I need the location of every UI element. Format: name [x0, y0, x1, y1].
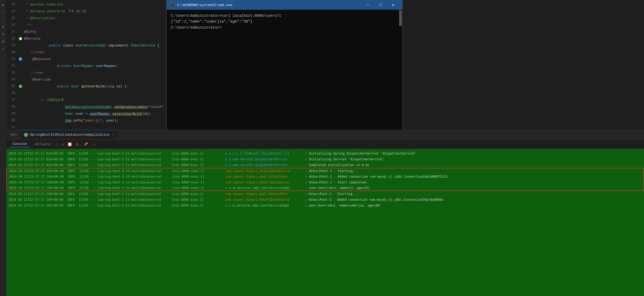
log-sep-9: ---: [90, 198, 96, 202]
run-icon-25[interactable]: ▶: [19, 84, 22, 88]
line-num-30: 30: [6, 119, 18, 122]
terminal-scrollbar[interactable]: [399, 10, 402, 130]
log-exec-9: [nio-8080-exec-1]: [172, 198, 224, 202]
line-num-31: 31: [6, 125, 18, 129]
log-msg-4: : HikariPool-1 - Starting...: [305, 169, 358, 173]
sidebar-down-icon[interactable]: ↓: [1, 17, 6, 22]
log-msg-3: : Completed initialization in 0 ms: [305, 163, 369, 167]
log-exec-8: [nio-8080-exec-1]: [172, 192, 224, 196]
log-tid-8: 11336: [79, 192, 89, 196]
line-num-16: 16: [6, 23, 18, 27]
code-content-14: * @create 2024/3/16 下午 05:28: [23, 9, 164, 14]
code-line-17: 17 @Slf4j: [6, 28, 164, 35]
log-app-5: [spring-boot-3-11-multidatasource]: [98, 175, 171, 178]
bean-icon-21[interactable]: @: [19, 57, 22, 61]
log-level-5: INFO: [68, 175, 78, 178]
log-sep-6: ---: [91, 181, 97, 184]
run-label: Run: [6, 130, 21, 139]
pin-btn[interactable]: 📌: [82, 141, 89, 147]
log-sep-2: ---: [90, 157, 96, 161]
line-num-22: 22: [6, 64, 18, 68]
log-level-2: INFO: [67, 157, 78, 161]
log-tid-1: 11336: [79, 152, 89, 155]
terminal-scrollbar-thumb: [399, 10, 402, 26]
log-app-10: [spring-boot-3-11-multidatasource]: [97, 204, 171, 207]
log-exec-6: [nio-8080-exec-1]: [172, 181, 225, 184]
line-num-14: 14: [6, 9, 18, 13]
line-num-25: 25: [6, 84, 18, 88]
log-class-2: o.s.web.servlet.DispatcherServlet: [225, 157, 304, 161]
log-msg-1: : Initializing Spring DispatcherServlet …: [305, 152, 417, 155]
stop-icon: [68, 143, 71, 146]
app-tab[interactable]: ▶ SpringBoot311MultidatasourceApplicatio…: [21, 130, 118, 139]
sidebar-box-icon[interactable]: ⊡: [1, 39, 6, 44]
svg-rect-0: [68, 143, 71, 146]
console-line-7: 2024-10-11T22:57:17.195+08:00 INFO 11336…: [6, 185, 644, 191]
log-ts-9: 2024-10-11T22:57:17.199+08:00: [8, 198, 66, 202]
terminal-close-btn[interactable]: ✕: [387, 0, 399, 10]
console-line-8: 2024-10-11T22:57:17.199+08:00 INFO 11336…: [6, 191, 644, 197]
console-line-9: 2024-10-11T22:57:17.199+08:00 INFO 11336…: [6, 197, 644, 203]
log-app-7: [spring-boot-3-11-multidatasource]: [98, 186, 171, 190]
log-class-3: o.s.web.servlet.DispatcherServlet: [225, 163, 304, 167]
console-line-1: 2024-10-11T22:57:17.024+08:00 INFO 11336…: [6, 151, 644, 156]
console-line-5: 2024-10-11T22:57:17.160+08:00 INFO 11336…: [6, 174, 644, 179]
code-line-16: 16 **/: [6, 22, 164, 28]
terminal-maximize-btn[interactable]: □: [374, 0, 387, 10]
log-tid-7: 11336: [79, 186, 90, 190]
log-level-8: INFO: [67, 192, 78, 196]
stop-btn[interactable]: [68, 142, 72, 146]
log-ts-3: 2024-10-11T22:57:17.024+08:00: [8, 163, 66, 167]
bottom-panel: Run ▶ SpringBoot311MultidatasourceApplic…: [6, 130, 644, 296]
restore-btn[interactable]: ⊡: [74, 141, 80, 147]
log-level-7: INFO: [68, 186, 78, 190]
log-class-4: com.zaxxer.hikari.HikariDataSource: [226, 169, 304, 173]
code-line-25: 25 ▶ public User getUserById(Long id) {: [6, 83, 164, 90]
code-content-19: public class UserServiceImpl implements …: [23, 40, 164, 51]
console-tab[interactable]: Console: [9, 141, 30, 147]
log-sep-4: ---: [91, 169, 97, 173]
log-tid-4: 11336: [79, 169, 90, 173]
log-level-9: INFO: [67, 198, 78, 202]
console-line-3: 2024-10-11T22:57:17.024+08:00 INFO 11336…: [6, 162, 644, 168]
log-sep-10: ---: [90, 204, 96, 207]
code-content-22: private UserMapper userMapper;: [23, 60, 164, 72]
code-line-22: 22 private UserMapper userMapper;: [6, 62, 164, 69]
settings-btn[interactable]: ⋯: [91, 141, 97, 147]
sidebar-run-icon[interactable]: ▶: [1, 2, 6, 7]
terminal-line-1: C:\Users\Administrator>curl localhost:80…: [171, 13, 398, 19]
gutter-21: @: [18, 57, 23, 61]
log-exec-5: [nio-8080-exec-1]: [172, 175, 225, 178]
log-app-1: [spring-boot-3-11-multidatasource]: [97, 152, 171, 155]
sidebar-list-icon[interactable]: ≡: [1, 31, 6, 37]
sidebar-swap-icon[interactable]: ⇅: [1, 24, 6, 29]
actuator-tab[interactable]: Actuator: [32, 141, 55, 147]
tab-close-btn[interactable]: ×: [111, 133, 115, 137]
log-msg-7: : user:User(id=1, name=CJ, age=25): [305, 186, 370, 190]
line-num-26: 26: [6, 91, 18, 95]
terminal-controls: ─ □ ✕: [362, 0, 399, 10]
log-level-1: INFO: [67, 152, 78, 155]
bottom-tabs: Run ▶ SpringBoot311MultidatasourceApplic…: [6, 130, 644, 140]
log-class-6: com.zaxxer.hikari.HikariDataSource: [226, 181, 304, 184]
log-app-9: [spring-boot-3-11-multidatasource]: [97, 198, 171, 202]
console-wrapper: 2024-10-11T22:57:17.024+08:00 INFO 11336…: [6, 149, 644, 296]
log-sep-1: ---: [90, 152, 96, 155]
line-num-29: 29: [6, 112, 18, 115]
terminal-minimize-btn[interactable]: ─: [362, 0, 374, 10]
line-num-17: 17: [6, 30, 18, 34]
bean-icon-18[interactable]: ⬤: [19, 37, 22, 40]
log-level-3: INFO: [67, 163, 78, 167]
log-ts-4: 2024-10-11T22:57:17.059+08:00: [9, 169, 67, 173]
rerun-btn[interactable]: ↺: [59, 141, 66, 147]
sidebar-download-icon[interactable]: ↧: [1, 46, 6, 51]
terminal-titlebar: C:\ C:\WINDOWS\system32\cmd.exe ─ □ ✕: [167, 0, 402, 10]
log-msg-8: : HikariPool-2 - Starting...: [305, 192, 358, 196]
log-app-2: [spring-boot-3-11-multidatasource]: [97, 157, 171, 161]
log-class-7: c.c.b.service.impl.UserServiceImpl: [226, 186, 304, 190]
terminal-line-3: C:\Users\Administrator>: [171, 25, 398, 30]
log-msg-2: : Initializing Servlet 'dispatcherServle…: [305, 157, 384, 161]
code-content-20: 2 usages: [23, 51, 164, 54]
log-exec-10: [nio-8080-exec-1]: [172, 204, 224, 207]
sidebar-up-icon[interactable]: ↑: [1, 9, 6, 15]
